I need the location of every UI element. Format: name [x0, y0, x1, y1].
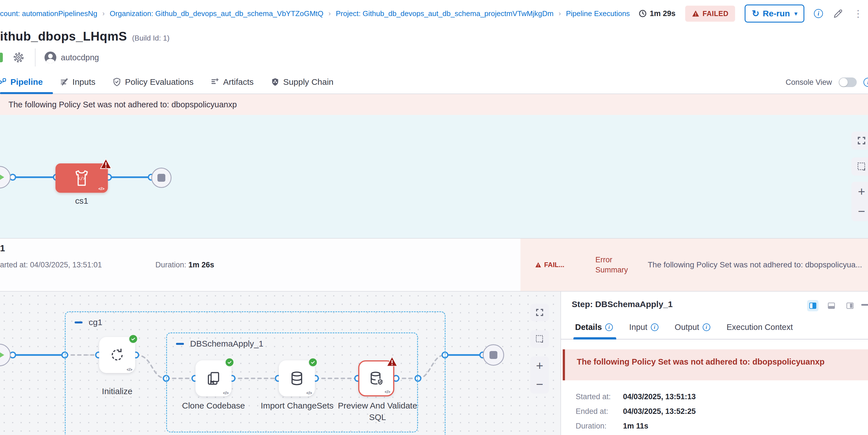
step-label: Preview And Validate SQL [337, 400, 418, 423]
detail-label: Started at: [576, 393, 613, 401]
tab-artifacts[interactable]: Artifacts [210, 77, 253, 87]
step-node-clone-codebase[interactable]: </> [195, 360, 231, 396]
warning-icon [535, 262, 541, 268]
group-label-cg1: cg1 [74, 317, 102, 327]
collapse-panel-icon[interactable] [861, 304, 868, 306]
kebab-menu-icon[interactable]: ⋮ [854, 9, 863, 18]
zoom-out-button[interactable]: − [536, 378, 543, 391]
top-bar: count: automationPipelinesNg › Organizat… [0, 0, 868, 27]
step-node-import-changesets[interactable]: </> [279, 360, 315, 396]
breadcrumb-separator: › [558, 9, 561, 18]
artifacts-list-icon [210, 77, 219, 87]
step-failed-badge [386, 356, 398, 367]
tab-execution-context[interactable]: Execution Context [726, 322, 793, 332]
gear-icon[interactable] [12, 51, 25, 64]
marquee-select-button[interactable] [851, 157, 868, 176]
step-detail-rows: Started at: 04/03/2025, 13:51:13 Ended a… [576, 393, 695, 431]
success-check-icon [308, 358, 318, 367]
tab-output[interactable]: Output i [675, 322, 710, 332]
stage-meta: arted at: 04/03/2025, 13:51:01 Duration:… [0, 260, 214, 269]
tab-details[interactable]: Details i [575, 322, 613, 332]
shield-check-icon [112, 77, 121, 87]
success-check-icon [128, 334, 138, 344]
zoom-in-button[interactable]: + [536, 360, 543, 372]
tab-input[interactable]: Input i [629, 322, 658, 332]
info-icon: i [651, 323, 658, 331]
pipeline-stage-canvas[interactable]: </> </> cs1 [0, 115, 868, 238]
breadcrumb-project[interactable]: Project: Github_db_devops_aut_db_schema_… [336, 9, 553, 18]
error-summary-label: Error Summary [595, 255, 638, 275]
console-view-label: Console View [785, 78, 832, 87]
zoom-in-button[interactable]: + [858, 185, 865, 198]
detail-value: 04/03/2025, 13:51:13 [623, 393, 695, 401]
code-glyph: </> [306, 391, 312, 395]
info-icon: i [605, 323, 613, 331]
elapsed-time: 1m 29s [639, 9, 676, 18]
breadcrumb: count: automationPipelinesNg › Organizat… [0, 9, 630, 18]
step-label: Initialize [92, 386, 143, 397]
info-icon[interactable]: i [814, 9, 823, 18]
status-badge: FAILED [685, 6, 735, 22]
edit-pencil-icon[interactable] [833, 8, 844, 19]
detail-row-duration: Duration: 1m 11s [576, 422, 695, 431]
triggered-by-user: autocdpng [61, 53, 99, 62]
duration-label: Duration: [155, 260, 186, 269]
expand-canvas-button[interactable] [851, 131, 868, 150]
duration-value: 1m 26s [188, 260, 214, 269]
header-actions: 1m 29s FAILED ↻ Re-run ▾ i ⋮ [639, 0, 863, 27]
tab-policy-evaluations[interactable]: Policy Evaluations [112, 77, 193, 87]
active-tab-underline [0, 92, 53, 94]
expand-canvas-button[interactable] [530, 304, 549, 321]
success-check-icon [225, 358, 234, 367]
stage-name-truncated: 1 [0, 243, 5, 254]
code-glyph: </> [385, 390, 390, 394]
rerun-button[interactable]: ↻ Re-run ▾ [745, 4, 804, 23]
step-label: Import ChangeSets [259, 400, 335, 412]
detail-value: 04/03/2025, 13:52:25 [623, 407, 695, 416]
stop-icon [490, 351, 497, 359]
step-node-initialize[interactable]: </> [99, 337, 135, 373]
tab-inputs[interactable]: Inputs [60, 77, 95, 87]
detail-row-started: Started at: 04/03/2025, 13:51:13 [576, 393, 695, 401]
info-icon: i [703, 323, 710, 331]
custom-stage-icon: </> [72, 168, 91, 188]
pipeline-icon [0, 77, 7, 87]
breadcrumb-pipeline-executions[interactable]: Pipeline Executions [566, 9, 630, 18]
breadcrumb-organization[interactable]: Organization: Github_db_devops_aut_db_sc… [110, 9, 323, 18]
detail-value: 1m 11s [623, 422, 648, 431]
tab-supply-chain[interactable]: Supply Chain [271, 77, 334, 87]
breadcrumb-account[interactable]: count: automationPipelinesNg [0, 9, 97, 18]
step-node-preview-validate-sql[interactable]: </> [358, 360, 394, 396]
split-view-icon[interactable] [807, 300, 818, 311]
right-view-icon[interactable] [844, 300, 856, 311]
svg-text:</>: </> [78, 176, 86, 181]
collapse-group-icon[interactable] [176, 343, 184, 345]
detail-label: Ended at: [576, 407, 613, 416]
stage-connectors [0, 115, 868, 238]
console-view-control: Console View i [785, 70, 868, 94]
marquee-select-icon [857, 162, 866, 171]
stage-details-bar: 1 arted at: 04/03/2025, 13:51:01 Duratio… [0, 238, 868, 291]
detail-row-ended: Ended at: 04/03/2025, 13:52:25 [576, 407, 695, 416]
supply-chain-shield-icon [271, 77, 280, 87]
stop-icon [157, 174, 165, 182]
clock-icon [639, 9, 647, 18]
play-icon [0, 350, 4, 360]
info-icon[interactable]: i [864, 78, 868, 87]
database-icon [289, 370, 305, 386]
initialize-refresh-icon [109, 347, 125, 363]
code-glyph: </> [223, 391, 229, 395]
step-label: Clone Codebase [177, 400, 250, 412]
tab-pipeline[interactable]: Pipeline [0, 77, 43, 87]
step-panel-title: Step: DBSchemaApply_1 [572, 300, 673, 309]
execution-graph-canvas[interactable]: cg1 DBSchemaApply_1 </> [0, 291, 560, 435]
tab-bar: Pipeline Inputs Policy Evaluations [0, 70, 868, 94]
fail-status: FAIL... [535, 261, 564, 269]
stage-node-cs1[interactable]: </> </> [56, 163, 108, 193]
code-glyph: </> [98, 186, 104, 191]
collapse-group-icon[interactable] [74, 321, 83, 323]
console-view-toggle[interactable] [839, 77, 857, 87]
zoom-out-button[interactable]: − [858, 205, 865, 218]
bottom-view-icon[interactable] [826, 300, 837, 311]
marquee-select-button[interactable] [530, 330, 549, 348]
